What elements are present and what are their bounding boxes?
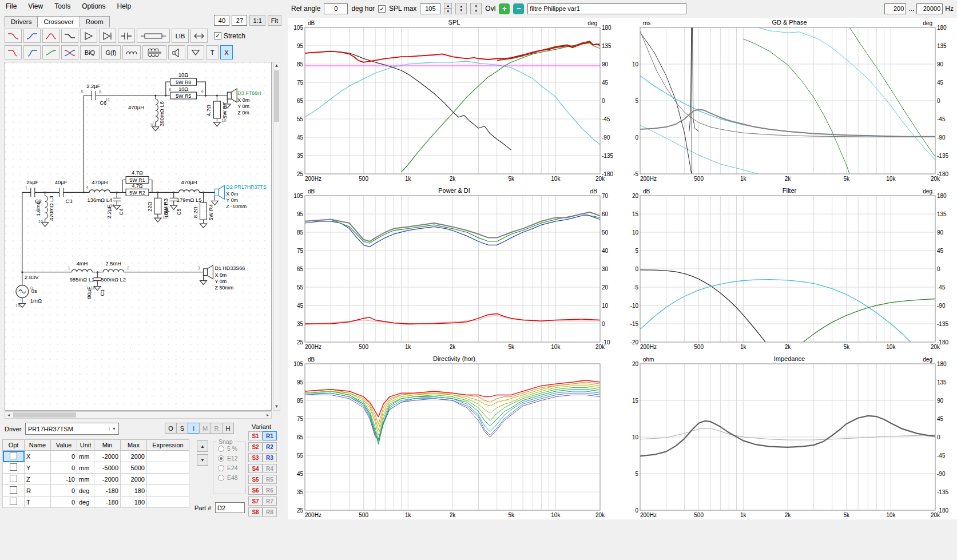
variant-s5[interactable]: S5 bbox=[248, 475, 263, 484]
fit-button[interactable]: Fit bbox=[268, 15, 281, 26]
tab-drivers[interactable]: Drivers bbox=[5, 16, 38, 27]
snap-e24-radio[interactable] bbox=[218, 465, 224, 471]
impedance-chart[interactable]: Impedanceohmdeg2015105018013590450-45-90… bbox=[623, 354, 956, 519]
variant-s8[interactable]: S8 bbox=[248, 507, 263, 517]
freq-max-input[interactable] bbox=[916, 3, 943, 14]
snap-e48-radio[interactable] bbox=[218, 475, 224, 481]
part-allpass-button[interactable] bbox=[42, 45, 59, 59]
menu-options[interactable]: Options bbox=[76, 1, 111, 12]
scroll-right-icon[interactable]: ▸ bbox=[264, 412, 271, 419]
value-cell[interactable]: 0 bbox=[51, 485, 77, 497]
tab-room[interactable]: Room bbox=[80, 16, 110, 27]
variant-s1[interactable]: S1 bbox=[248, 431, 263, 440]
grid-height-input[interactable] bbox=[232, 15, 247, 26]
spl-max-input[interactable] bbox=[420, 3, 440, 14]
snap-5pct-radio[interactable] bbox=[218, 446, 224, 452]
freq-min-input[interactable] bbox=[884, 3, 906, 14]
hscroll-thumb[interactable] bbox=[13, 412, 76, 418]
directivity-chart[interactable]: Directivity (hor)dB105958575655545352520… bbox=[288, 354, 621, 519]
spl-max-checkbox[interactable]: ✓ bbox=[378, 5, 386, 13]
part-buffer-button[interactable] bbox=[80, 29, 97, 43]
part-crossover-button[interactable] bbox=[61, 45, 78, 59]
menu-help[interactable]: Help bbox=[112, 1, 137, 12]
scroll-up-icon[interactable]: ▲ bbox=[273, 62, 280, 69]
variant-r6[interactable]: R6 bbox=[263, 486, 277, 495]
menu-view[interactable]: View bbox=[22, 1, 49, 12]
vscroll-thumb[interactable] bbox=[274, 70, 279, 122]
part-speaker-button[interactable] bbox=[168, 45, 185, 59]
stretch-checkbox[interactable]: ✓ bbox=[214, 32, 221, 39]
variant-s3[interactable]: S3 bbox=[248, 453, 263, 462]
menu-tools[interactable]: Tools bbox=[49, 1, 76, 12]
opt-checkbox[interactable] bbox=[10, 452, 17, 459]
scroll-down-icon[interactable]: ▼ bbox=[273, 403, 280, 410]
lib-button[interactable]: LIB bbox=[172, 29, 189, 43]
part-highpass2-button[interactable] bbox=[23, 45, 41, 59]
row-up-button[interactable]: ▲ bbox=[197, 440, 208, 452]
part-inductor-button[interactable] bbox=[122, 45, 141, 59]
overlay-remove-button[interactable]: − bbox=[513, 3, 524, 14]
variant-r5[interactable]: R5 bbox=[263, 475, 277, 484]
part-amplifier-button[interactable] bbox=[99, 29, 116, 43]
spl-max-spinner[interactable]: ▲▼ bbox=[444, 3, 452, 14]
opt-checkbox[interactable] bbox=[10, 463, 17, 471]
value-cell[interactable]: 0 bbox=[51, 462, 77, 474]
scale-expand-button[interactable]: ▲▼ bbox=[455, 3, 467, 14]
variant-r4[interactable]: R4 bbox=[263, 464, 277, 473]
gd-phase-chart[interactable]: GD & Phasemsdeg1050-518013590450-45-90-1… bbox=[623, 18, 956, 183]
scroll-left-icon[interactable]: ◂ bbox=[5, 412, 12, 419]
value-cell[interactable]: 0 bbox=[51, 497, 77, 508]
x-button[interactable]: X bbox=[220, 45, 233, 59]
ref-angle-input[interactable] bbox=[324, 3, 348, 14]
part-capacitor-button[interactable] bbox=[118, 29, 135, 43]
crossover-schematic[interactable]: 2.2µF C6 470µH 390mΩ L6 10Ω 5W R8 10Ω 5W… bbox=[5, 62, 271, 410]
mode-h-button[interactable]: H bbox=[222, 423, 234, 434]
ground-tool-button[interactable] bbox=[187, 45, 204, 59]
variant-r8[interactable]: R8 bbox=[263, 507, 277, 517]
variant-s7[interactable]: S7 bbox=[248, 497, 263, 506]
schematic-vscrollbar[interactable]: ▲ ▼ bbox=[273, 62, 280, 411]
transfer-function-button[interactable]: G(f) bbox=[101, 45, 121, 59]
filter-chart[interactable]: FilterdBdeg20151050-5-10-15-201801359045… bbox=[623, 186, 956, 351]
variant-r2[interactable]: R2 bbox=[263, 442, 277, 451]
part-highpass-button[interactable] bbox=[23, 29, 41, 43]
mode-i-button[interactable]: I bbox=[188, 423, 200, 434]
mode-m-button[interactable]: M bbox=[199, 423, 211, 434]
row-down-button[interactable]: ▼ bbox=[197, 454, 208, 466]
value-cell[interactable]: 0 bbox=[51, 451, 77, 462]
zoom-1-1-button[interactable]: 1:1 bbox=[249, 15, 265, 26]
variant-r1[interactable]: R1 bbox=[263, 431, 277, 440]
opt-checkbox[interactable] bbox=[10, 475, 17, 482]
tab-crossover[interactable]: Crossover bbox=[37, 16, 80, 27]
variant-s4[interactable]: S4 bbox=[248, 464, 263, 473]
opt-checkbox[interactable] bbox=[10, 486, 17, 494]
value-cell[interactable]: -10 bbox=[51, 474, 77, 485]
part-lowpass-button[interactable] bbox=[5, 29, 22, 43]
part-lowpass2-button[interactable] bbox=[5, 45, 22, 59]
snap-e12-radio[interactable] bbox=[218, 455, 224, 462]
part-transformer-button[interactable] bbox=[142, 45, 166, 59]
spl-chart[interactable]: SPLdBdeg105958575655545352518013590450-4… bbox=[288, 18, 621, 183]
overlay-name-input[interactable] bbox=[527, 3, 686, 14]
driver-select[interactable]: PR17HR37TSM ▼ bbox=[25, 423, 119, 435]
menu-file[interactable]: File bbox=[0, 1, 22, 12]
part-resistor-button[interactable] bbox=[137, 29, 170, 43]
grid-width-input[interactable] bbox=[214, 15, 229, 26]
opt-checkbox[interactable] bbox=[10, 498, 17, 505]
part-number-input[interactable] bbox=[215, 502, 245, 513]
schematic-hscrollbar[interactable]: ◂ ▸ bbox=[5, 411, 272, 419]
overlay-add-button[interactable]: + bbox=[499, 3, 510, 14]
wire-stretch-button[interactable] bbox=[190, 29, 208, 43]
part-bandpass-button[interactable] bbox=[42, 29, 59, 43]
variant-s6[interactable]: S6 bbox=[248, 486, 263, 495]
mode-r-button[interactable]: R bbox=[211, 423, 223, 434]
biquad-button[interactable]: BiQ bbox=[80, 45, 100, 59]
part-shelf-button[interactable] bbox=[61, 29, 78, 43]
variant-r3[interactable]: R3 bbox=[263, 453, 277, 462]
scale-compress-button[interactable]: ▼▲ bbox=[470, 3, 482, 14]
mode-o-button[interactable]: O bbox=[165, 423, 177, 434]
mode-s-button[interactable]: S bbox=[176, 423, 188, 434]
variant-s2[interactable]: S2 bbox=[248, 442, 263, 451]
t-button[interactable]: T bbox=[206, 45, 219, 59]
variant-r7[interactable]: R7 bbox=[263, 497, 277, 506]
